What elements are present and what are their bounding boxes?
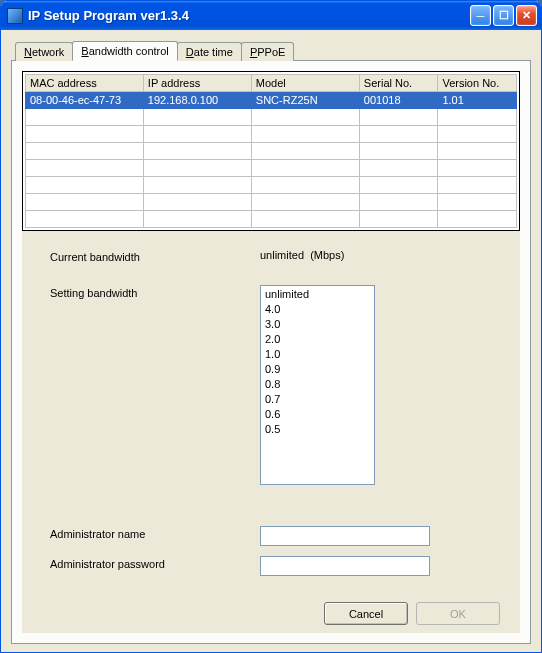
table-row[interactable] bbox=[26, 160, 517, 177]
table-cell bbox=[251, 160, 359, 177]
admin-password-label: Administrator password bbox=[50, 556, 260, 570]
table-cell bbox=[438, 109, 517, 126]
current-bandwidth-value: unlimited (Mbps) bbox=[260, 249, 500, 261]
titlebar[interactable]: IP Setup Program ver1.3.4 ─ ☐ ✕ bbox=[1, 1, 541, 30]
table-cell bbox=[26, 211, 144, 228]
table-cell bbox=[143, 143, 251, 160]
client-area: Network Bandwidth control Date time PPPo… bbox=[1, 30, 541, 652]
listbox-item[interactable]: 2.0 bbox=[263, 332, 372, 347]
table-cell bbox=[438, 143, 517, 160]
listbox-item[interactable]: 0.7 bbox=[263, 392, 372, 407]
close-button[interactable]: ✕ bbox=[516, 5, 537, 26]
minimize-icon: ─ bbox=[477, 10, 485, 22]
table-cell bbox=[143, 177, 251, 194]
col-serial[interactable]: Serial No. bbox=[359, 75, 438, 92]
table-cell bbox=[359, 177, 438, 194]
table-cell bbox=[143, 211, 251, 228]
table-cell bbox=[251, 143, 359, 160]
current-bandwidth-label: Current bandwidth bbox=[50, 249, 260, 263]
table-cell bbox=[26, 177, 144, 194]
bandwidth-listbox[interactable]: unlimited4.03.02.01.00.90.80.70.60.5 bbox=[260, 285, 375, 485]
table-cell bbox=[143, 194, 251, 211]
table-row[interactable] bbox=[26, 211, 517, 228]
setting-bandwidth-label: Setting bandwidth bbox=[50, 285, 260, 299]
tab-pppoe[interactable]: PPPoE bbox=[241, 42, 294, 61]
dialog-buttons: Cancel OK bbox=[50, 602, 500, 625]
table-cell bbox=[26, 194, 144, 211]
table-cell: 192.168.0.100 bbox=[143, 92, 251, 109]
table-cell bbox=[359, 211, 438, 228]
minimize-button[interactable]: ─ bbox=[470, 5, 491, 26]
listbox-item[interactable]: 0.5 bbox=[263, 422, 372, 437]
table-cell: SNC-RZ25N bbox=[251, 92, 359, 109]
app-icon bbox=[7, 8, 23, 24]
listbox-item[interactable]: 0.8 bbox=[263, 377, 372, 392]
close-icon: ✕ bbox=[522, 9, 531, 22]
listbox-item[interactable]: 0.9 bbox=[263, 362, 372, 377]
window-title: IP Setup Program ver1.3.4 bbox=[28, 8, 470, 23]
maximize-icon: ☐ bbox=[499, 9, 509, 22]
table-cell bbox=[251, 109, 359, 126]
col-version[interactable]: Version No. bbox=[438, 75, 517, 92]
table-cell: 08-00-46-ec-47-73 bbox=[26, 92, 144, 109]
cancel-button[interactable]: Cancel bbox=[324, 602, 408, 625]
table-row[interactable] bbox=[26, 177, 517, 194]
listbox-item[interactable]: 1.0 bbox=[263, 347, 372, 362]
table-cell: 001018 bbox=[359, 92, 438, 109]
table-header-row: MAC address IP address Model Serial No. … bbox=[26, 75, 517, 92]
col-ip[interactable]: IP address bbox=[143, 75, 251, 92]
table-cell bbox=[438, 194, 517, 211]
table-cell bbox=[438, 211, 517, 228]
table-cell bbox=[143, 126, 251, 143]
tab-bandwidth-control[interactable]: Bandwidth control bbox=[72, 41, 177, 61]
device-table[interactable]: MAC address IP address Model Serial No. … bbox=[25, 74, 517, 228]
table-cell bbox=[251, 126, 359, 143]
table-cell bbox=[359, 109, 438, 126]
ok-button: OK bbox=[416, 602, 500, 625]
table-cell bbox=[359, 194, 438, 211]
admin-name-input[interactable] bbox=[260, 526, 430, 546]
table-row[interactable]: 08-00-46-ec-47-73192.168.0.100SNC-RZ25N0… bbox=[26, 92, 517, 109]
bandwidth-panel: Current bandwidth unlimited (Mbps) Setti… bbox=[22, 231, 520, 633]
listbox-item[interactable]: 0.6 bbox=[263, 407, 372, 422]
maximize-button[interactable]: ☐ bbox=[493, 5, 514, 26]
table-cell bbox=[143, 109, 251, 126]
table-row[interactable] bbox=[26, 143, 517, 160]
table-cell bbox=[143, 160, 251, 177]
tab-panel: MAC address IP address Model Serial No. … bbox=[11, 60, 531, 644]
app-window: IP Setup Program ver1.3.4 ─ ☐ ✕ Network … bbox=[0, 0, 542, 653]
table-row[interactable] bbox=[26, 109, 517, 126]
table-cell bbox=[359, 143, 438, 160]
table-cell bbox=[251, 194, 359, 211]
table-row[interactable] bbox=[26, 194, 517, 211]
admin-password-input[interactable] bbox=[260, 556, 430, 576]
table-cell bbox=[26, 143, 144, 160]
tab-date-time[interactable]: Date time bbox=[177, 42, 242, 61]
table-cell bbox=[251, 177, 359, 194]
table-cell bbox=[26, 126, 144, 143]
tab-bar: Network Bandwidth control Date time PPPo… bbox=[15, 40, 531, 60]
table-cell bbox=[26, 160, 144, 177]
listbox-item[interactable]: 4.0 bbox=[263, 302, 372, 317]
table-cell bbox=[438, 160, 517, 177]
device-table-wrap: MAC address IP address Model Serial No. … bbox=[22, 71, 520, 231]
listbox-item[interactable]: unlimited bbox=[263, 287, 372, 302]
table-cell bbox=[438, 126, 517, 143]
tab-network[interactable]: Network bbox=[15, 42, 73, 61]
col-model[interactable]: Model bbox=[251, 75, 359, 92]
table-cell bbox=[251, 211, 359, 228]
table-cell bbox=[359, 160, 438, 177]
table-cell bbox=[438, 177, 517, 194]
table-cell: 1.01 bbox=[438, 92, 517, 109]
table-cell bbox=[359, 126, 438, 143]
admin-name-label: Administrator name bbox=[50, 526, 260, 540]
listbox-item[interactable]: 3.0 bbox=[263, 317, 372, 332]
col-mac[interactable]: MAC address bbox=[26, 75, 144, 92]
table-cell bbox=[26, 109, 144, 126]
table-row[interactable] bbox=[26, 126, 517, 143]
